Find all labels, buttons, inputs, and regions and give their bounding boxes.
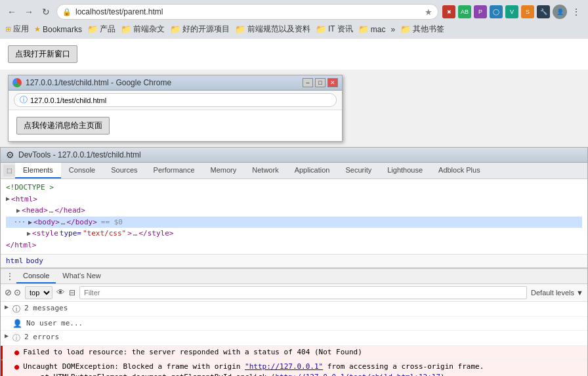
- expand-messages-icon[interactable]: ▶: [5, 303, 9, 310]
- devtools-panel: ⚙ DevTools - 127.0.0.1/test/child.html ⬚…: [0, 147, 588, 376]
- tab-adblock[interactable]: Adblock Plus: [430, 163, 488, 178]
- minimize-button[interactable]: –: [303, 78, 313, 87]
- breadcrumb: html body: [1, 254, 587, 268]
- back-button[interactable]: ←: [5, 5, 18, 18]
- user-message-row: ▶ 👤 No user me...: [1, 317, 587, 331]
- forward-button[interactable]: →: [22, 5, 35, 18]
- chrome-logo-icon: [12, 78, 22, 87]
- ext-icon-7[interactable]: 🔧: [537, 5, 550, 18]
- browser-nav: ← → ↻ 🔒 localhost/test/parent.html ★ ✖ A…: [5, 4, 583, 20]
- mac-folder[interactable]: 📁 mac: [358, 24, 386, 34]
- reload-button[interactable]: ↻: [39, 5, 52, 18]
- messages-group-row: ▶ ⓘ 2 messages: [1, 302, 587, 317]
- breadcrumb-html[interactable]: html: [6, 257, 24, 265]
- console-tab-whatsnew[interactable]: What's New: [56, 269, 107, 283]
- frontend-folder[interactable]: 📁 前端规范以及资料: [235, 24, 310, 35]
- expand-errors-icon[interactable]: ▶: [5, 332, 9, 339]
- console-tab-console[interactable]: Console: [16, 269, 56, 283]
- tab-lighthouse[interactable]: Lighthouse: [379, 163, 430, 178]
- error-domexception-row: ▶ ● Uncaught DOMException: Blocked a fra…: [1, 360, 587, 376]
- errors-info-icon: ⓘ: [12, 333, 20, 344]
- error-404-row: ▶ ● Failed to load resource: the server …: [1, 346, 587, 360]
- folder-icon-3: 📁: [170, 24, 180, 34]
- tab-security[interactable]: Security: [337, 163, 379, 178]
- cursor-icon[interactable]: ⬚: [3, 165, 15, 177]
- folder-icon-4: 📁: [235, 24, 245, 34]
- product-folder[interactable]: 📁 产品: [87, 24, 116, 35]
- child-window-buttons: – □ ✕: [303, 78, 338, 87]
- ext-icon-2[interactable]: AB: [458, 5, 471, 18]
- error-domexception-text: Uncaught DOMException: Blocked a frame w…: [23, 362, 583, 376]
- ext-icon-8[interactable]: 👤: [553, 5, 567, 19]
- dom-line-head: ▶ <head> … </head>: [6, 205, 582, 217]
- dom-line-html-close: </html>: [6, 240, 582, 251]
- dom-line-doctype: <!DOCTYPE >: [6, 182, 582, 194]
- other-bookmarks-folder[interactable]: 📁 其他书签: [400, 24, 444, 35]
- child-url-bar[interactable]: ⓘ 127.0.0.1/test/child.html: [14, 93, 337, 107]
- star-icon: ★: [34, 25, 41, 33]
- user-message-text: No user me...: [26, 318, 583, 329]
- tab-elements[interactable]: Elements: [15, 163, 61, 178]
- apps-bookmark[interactable]: ⊞ 应用: [5, 24, 29, 35]
- child-titlebar: 127.0.0.1/test/child.html - Google Chrom…: [9, 75, 342, 91]
- ext-icon-5[interactable]: V: [505, 5, 518, 18]
- error2-icon: ●: [14, 362, 19, 371]
- error1-icon: ●: [14, 348, 19, 357]
- error-origin-link[interactable]: "http://127.0.0.1": [245, 362, 323, 371]
- folder-icon-2: 📁: [121, 24, 131, 34]
- address-bar[interactable]: 🔒 localhost/test/parent.html ★: [56, 4, 438, 20]
- bookmarks-bar: ⊞ 应用 ★ Bookmarks 📁 产品 📁 前端杂文 📁 好的开源项目 📁: [5, 22, 583, 36]
- default-levels-dropdown[interactable]: Default levels ▼: [531, 289, 583, 297]
- close-button[interactable]: ✕: [327, 78, 338, 87]
- console-toolbar: ⊘ ⊙ top 👁 ⊟ Default levels ▼: [1, 284, 587, 302]
- folder-icon-7: 📁: [400, 24, 411, 34]
- more-options[interactable]: ⋮: [570, 5, 583, 18]
- dom-line-html: ▶ <html>: [6, 194, 582, 205]
- maximize-button[interactable]: □: [315, 78, 326, 87]
- info-icon: ⓘ: [20, 94, 28, 106]
- bookmarks-item[interactable]: ★ Bookmarks: [34, 25, 82, 34]
- breadcrumb-body[interactable]: body: [26, 257, 44, 265]
- tab-console[interactable]: Console: [61, 163, 103, 178]
- console-menu-icon[interactable]: ⋮: [6, 272, 14, 281]
- ext-icon-6[interactable]: S: [521, 5, 534, 18]
- context-selector[interactable]: top: [25, 286, 52, 299]
- bookmark-star-icon[interactable]: ★: [425, 7, 432, 17]
- eye-icon[interactable]: 👁: [56, 287, 65, 297]
- tab-sources[interactable]: Sources: [103, 163, 145, 178]
- console-panel: ⋮ Console What's New ⊘ ⊙ top 👁 ⊟ Default…: [1, 268, 587, 376]
- filter-input[interactable]: [79, 286, 527, 299]
- messages-info-icon: ⓘ: [12, 304, 20, 315]
- devtools-icon: ⚙: [6, 150, 14, 160]
- more-bookmarks[interactable]: »: [390, 25, 395, 34]
- tab-performance[interactable]: Performance: [146, 163, 203, 178]
- qianduan-folder[interactable]: 📁 前端杂文: [121, 24, 165, 35]
- child-title: 127.0.0.1/test/child.html - Google Chrom…: [12, 78, 171, 87]
- console-left-icons: ⊘ ⊙: [5, 287, 21, 297]
- url-text: localhost/test/parent.html: [75, 7, 421, 16]
- error-404-text: Failed to load resource: the server resp…: [23, 347, 583, 358]
- tab-application[interactable]: Application: [287, 163, 338, 178]
- tab-memory[interactable]: Memory: [203, 163, 245, 178]
- apps-icon: ⊞: [5, 25, 11, 33]
- user-icon: 👤: [12, 319, 22, 328]
- open-window-button[interactable]: 点我打开新窗口: [8, 45, 77, 63]
- folder-icon-1: 📁: [87, 24, 98, 34]
- dom-line-body[interactable]: ··· ▶ <body> … </body> == $0: [6, 217, 582, 228]
- ext-icon-3[interactable]: P: [474, 5, 487, 18]
- tab-network[interactable]: Network: [244, 163, 286, 178]
- opensource-folder[interactable]: 📁 好的开源项目: [170, 24, 230, 35]
- stop-icon[interactable]: ⊙: [14, 287, 21, 297]
- ext-icon-1[interactable]: ✖: [442, 5, 455, 18]
- page-content: 点我打开新窗口: [0, 39, 588, 70]
- it-folder[interactable]: 📁 IT 资讯: [316, 24, 353, 35]
- devtools-tabs: ⬚ Elements Console Sources Performance M…: [1, 163, 587, 179]
- console-messages: ▶ ⓘ 2 messages ▶ 👤 No user me... ▶ ⓘ 2 e…: [1, 302, 587, 376]
- filter-icon[interactable]: ⊟: [69, 288, 75, 297]
- dom-line-style: ▶ <style type= "text/css" > … </style>: [6, 228, 582, 240]
- error-source-link[interactable]: http://127.0.0.1/test/child.html:12:17: [275, 373, 440, 376]
- ext-icon-4[interactable]: ◯: [490, 5, 503, 18]
- clear-console-icon[interactable]: ⊘: [5, 287, 12, 297]
- devtools-title: DevTools - 127.0.0.1/test/child.html: [18, 150, 141, 159]
- send-message-button[interactable]: 点我传递消息给主页面: [16, 117, 110, 135]
